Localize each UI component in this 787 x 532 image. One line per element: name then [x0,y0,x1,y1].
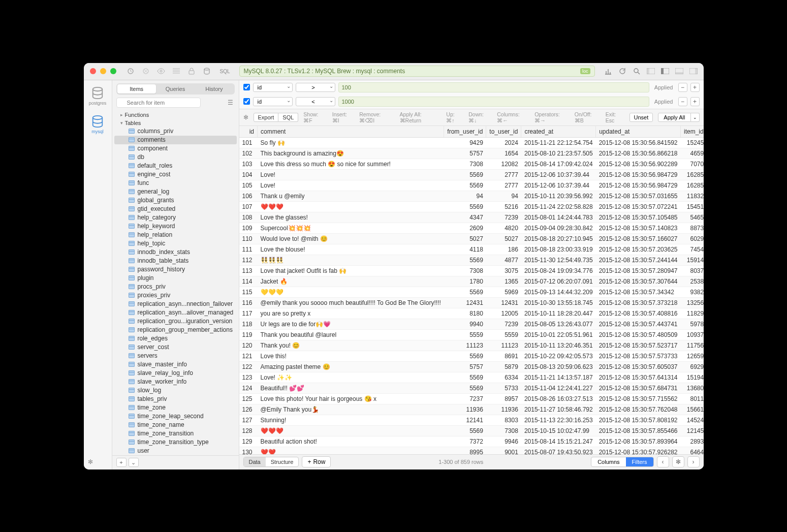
table-cell[interactable]: 1780 [444,276,486,287]
table-cell[interactable]: 2015-12-08 15:30:56.841592 [596,137,681,148]
table-cell[interactable]: 5569 [444,351,486,361]
table-cell[interactable]: 119 [239,329,258,340]
table-cell[interactable]: 2015-08-13 20:59:06.623 [521,361,596,372]
list-icon[interactable] [172,67,180,75]
add-filter-button[interactable]: + [690,83,700,92]
table-cell[interactable]: 5569 [444,201,486,212]
table-cell[interactable]: 10937 [680,329,703,340]
tree-leaf[interactable]: func [114,179,237,187]
table-cell[interactable]: 2015-12-06 10:37:39.44 [521,180,596,191]
table-cell[interactable]: 124 [239,383,258,393]
table-cell[interactable]: 130 [239,447,258,454]
table-cell[interactable]: 2015-08-05 13:26:43.077 [521,319,596,329]
tree-leaf[interactable]: help_category [114,213,237,222]
maximize-icon[interactable] [110,68,116,74]
table-cell[interactable]: 2015-12-08 15:30:57.105485 [596,212,681,223]
apply-all-dropdown[interactable]: ⌄ [691,113,700,122]
data-grid[interactable]: idcommentfrom_user_idto_user_idcreated_a… [239,126,704,454]
minimize-icon[interactable] [100,68,106,74]
tree-leaf[interactable]: time_zone_transition [114,429,237,438]
table-cell[interactable]: 7308 [444,159,486,169]
table-cell[interactable]: 11123 [486,340,521,351]
table-cell[interactable]: 2015-11-27 10:58:46.792 [521,404,596,415]
tree-leaf[interactable]: slave_relay_log_info [114,369,237,378]
table-cell[interactable]: Supercool💥💥💥 [258,223,444,233]
table-cell[interactable]: 2015-12-08 15:30:57.684731 [596,383,681,393]
table-cell[interactable]: 2015-12-08 15:30:57.762048 [596,404,681,415]
table-row[interactable]: 108Love the glasses!434772392015-08-01 1… [239,212,704,223]
table-cell[interactable]: 2015-12-08 15:30:57.072241 [596,201,681,212]
table-row[interactable]: 112👯👯👯556948772015-11-30 12:54:49.735201… [239,255,704,265]
filter-value-input[interactable] [338,82,649,92]
tree-leaf[interactable]: time_zone_leap_second [114,412,237,421]
table-cell[interactable]: 127 [239,415,258,425]
table-cell[interactable]: 2015-11-21 14:13:57.187 [521,372,596,383]
table-cell[interactable]: 9946 [486,436,521,447]
add-button[interactable]: + [116,458,127,467]
table-cell[interactable]: 12431 [486,297,521,308]
table-cell[interactable]: 8691 [486,351,521,361]
table-cell[interactable]: 13680 [680,383,703,393]
table-cell[interactable]: 12659 [680,351,703,361]
tree-leaf[interactable]: replication_asyn...nnection_failover [114,300,237,308]
table-cell[interactable]: 1654 [486,148,521,159]
table-cell[interactable]: 5569 [444,255,486,265]
table-cell[interactable]: 123 [239,372,258,383]
tree-leaf[interactable]: general_log [114,187,237,196]
filter-checkbox[interactable] [243,98,250,105]
table-cell[interactable]: Beautiful!! 💕💕 [258,383,444,393]
table-cell[interactable]: 5465 [680,212,703,223]
table-cell[interactable]: 2015-12-08 15:30:57.443741 [596,319,681,329]
tree-leaf[interactable]: time_zone_name [114,421,237,429]
table-cell[interactable]: 5569 [444,383,486,393]
tree-leaf[interactable]: plugin [114,274,237,283]
table-cell[interactable]: 2015-12-08 15:30:57.203625 [596,244,681,255]
filter-checkbox[interactable] [243,84,250,90]
table-cell[interactable]: 116 [239,297,258,308]
filters-button[interactable]: Filters [626,457,653,466]
table-cell[interactable]: 2015-12-08 15:30:57.140823 [596,223,681,233]
table-cell[interactable]: 13256 [680,297,703,308]
table-cell[interactable]: 2015-12-08 15:30:56.984729 [596,180,681,191]
table-cell[interactable]: Love! ✨✨ [258,372,444,383]
tree-leaf[interactable]: proxies_priv [114,291,237,300]
table-cell[interactable]: Beautiful action shot! [258,436,444,447]
table-cell[interactable]: 2015-10-11 20:39:56.992 [521,191,596,201]
table-cell[interactable]: Thank you beautiful @laurel [258,329,444,340]
table-cell[interactable]: 11832 [680,191,703,201]
table-cell[interactable]: 118 [239,319,258,329]
table-cell[interactable]: @emily thank you soooo much beautiful!!!… [258,297,444,308]
export-button[interactable]: Export [254,113,279,122]
table-cell[interactable]: 5757 [444,361,486,372]
table-cell[interactable]: 5757 [444,148,486,159]
table-cell[interactable]: 105 [239,180,258,191]
sql-button[interactable]: SQL [278,113,298,122]
tree-leaf[interactable]: procs_priv [114,283,237,291]
table-cell[interactable]: 2015-12-08 15:30:57.480509 [596,329,681,340]
table-cell[interactable]: 3075 [486,265,521,276]
table-row[interactable]: 103Love this dress so much 😍 so nice for… [239,159,704,169]
db-item-postgres[interactable]: postgres [89,86,107,106]
table-cell[interactable]: 6029 [680,233,703,244]
table-row[interactable]: 102This background is amazing😍5757165420… [239,148,704,159]
table-row[interactable]: 107❤️❤️❤️556952162015-11-24 22:02:58.828… [239,201,704,212]
table-row[interactable]: 104Love!556927772015-12-06 10:37:39.4420… [239,169,704,180]
table-cell[interactable]: 129 [239,436,258,447]
table-row[interactable]: 111Love the blouse!41181862015-08-18 23:… [239,244,704,255]
table-cell[interactable]: 121 [239,351,258,361]
tree-leaf[interactable]: component [114,144,237,153]
table-cell[interactable]: 2015-12-08 15:30:57.166027 [596,233,681,244]
table-cell[interactable]: 2015-09-04 09:28:30.842 [521,223,596,233]
table-cell[interactable]: 5569 [444,425,486,436]
table-cell[interactable]: Jacket 🔥 [258,276,444,287]
table-cell[interactable]: 7239 [486,212,521,223]
table-cell[interactable]: 2015-10-30 13:55:18.745 [521,297,596,308]
tab-data[interactable]: Data [244,457,266,466]
table-cell[interactable]: 2015-11-13 22:30:16.253 [521,415,596,425]
table-cell[interactable]: 2015-12-08 15:30:57.715562 [596,393,681,404]
table-cell[interactable]: 2609 [444,223,486,233]
tree-leaf[interactable]: replication_asyn...ailover_managed [114,308,237,317]
table-cell[interactable]: 2015-08-18 23:00:33.919 [521,244,596,255]
table-cell[interactable]: 2024 [486,137,521,148]
table-cell[interactable]: 15194 [680,372,703,383]
